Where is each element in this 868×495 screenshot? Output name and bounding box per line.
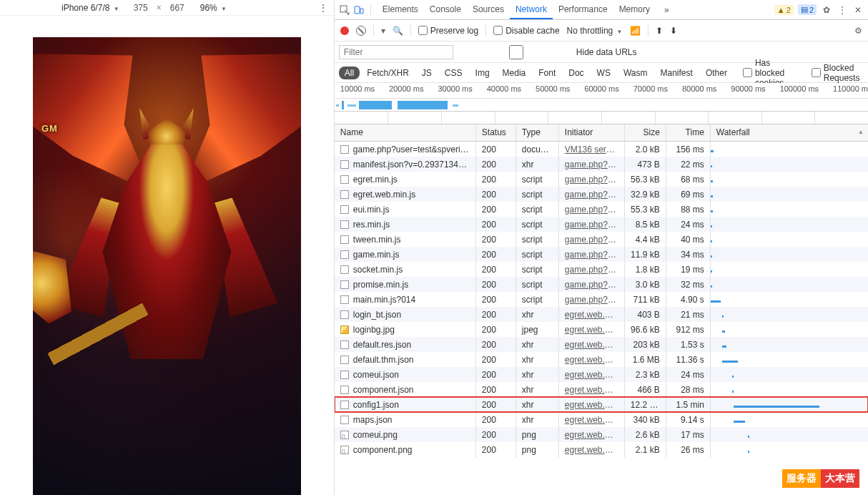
type-filter-js[interactable]: JS <box>416 67 438 79</box>
type-filter-fetchxhr[interactable]: Fetch/XHR <box>361 67 415 79</box>
col-size[interactable]: Size <box>625 124 666 141</box>
type-filter-img[interactable]: Img <box>470 67 495 79</box>
hide-data-urls-checkbox[interactable]: Hide data URLs <box>459 45 637 59</box>
filter-toggle-icon[interactable]: ▾ <box>381 26 385 36</box>
tabs-overflow[interactable]: » <box>659 1 675 19</box>
messages-badge[interactable]: ▤2 <box>798 4 817 15</box>
file-icon <box>340 235 349 244</box>
network-toolbar: ▾ 🔍 Preserve log Disable cache No thrott… <box>335 20 868 41</box>
svg-rect-2 <box>360 9 363 14</box>
gm-badge: GM <box>41 123 58 134</box>
network-timeline-overview[interactable]: 10000 ms20000 ms30000 ms40000 ms50000 ms… <box>335 83 868 112</box>
preserve-log-checkbox[interactable]: Preserve log <box>418 26 478 36</box>
export-har-icon[interactable]: ⬇ <box>670 26 677 36</box>
type-filter-manifest[interactable]: Manifest <box>655 67 699 79</box>
col-status[interactable]: Status <box>476 124 516 141</box>
table-row[interactable]: tween.min.js200scriptgame.php?use...4.4 … <box>335 232 868 247</box>
waterfall-bar <box>734 421 745 423</box>
waterfall-bar <box>711 240 712 242</box>
gear-icon[interactable]: ✿ <box>821 4 832 16</box>
table-row[interactable]: default.res.json200xhregret.web.min...20… <box>335 337 868 352</box>
file-icon <box>340 280 349 289</box>
search-icon[interactable]: 🔍 <box>393 26 403 36</box>
waterfall-bar <box>711 270 712 273</box>
tab-console[interactable]: Console <box>424 0 467 19</box>
table-row[interactable]: egret.min.js200scriptgame.php?use...56.3… <box>335 172 868 187</box>
filter-input[interactable] <box>339 45 453 59</box>
table-row[interactable]: socket.min.js200scriptgame.php?use...1.8… <box>335 262 868 277</box>
table-row[interactable]: game.php?user=test&spverif...200docum...… <box>335 142 868 157</box>
network-type-filters: AllFetch/XHRJSCSSImgMediaFontDocWSWasmMa… <box>335 63 868 83</box>
close-icon[interactable]: ✕ <box>852 4 864 16</box>
gear-icon[interactable]: ⚙ <box>854 26 862 36</box>
timeline-tick: 70000 ms <box>633 84 668 93</box>
table-row[interactable]: egret.web.min.js200scriptgame.php?use...… <box>335 187 868 202</box>
tab-elements[interactable]: Elements <box>377 0 424 19</box>
phone-frame[interactable]: GM <box>33 37 301 495</box>
record-button[interactable] <box>340 26 349 35</box>
waterfall-bar <box>711 300 721 303</box>
table-row[interactable]: config1.json200xhregret.web.min...12.2 M… <box>335 397 868 412</box>
tab-sources[interactable]: Sources <box>467 0 510 19</box>
inspect-icon[interactable] <box>339 4 350 16</box>
width-input[interactable]: 375 <box>129 3 152 13</box>
device-mode-icon[interactable] <box>353 4 365 16</box>
height-input[interactable]: 667 <box>166 3 189 13</box>
type-filter-ws[interactable]: WS <box>591 67 616 79</box>
col-initiator[interactable]: Initiator <box>559 124 625 141</box>
tab-network[interactable]: Network <box>510 0 553 19</box>
table-row[interactable]: comeui.png200pngegret.web.min...2.6 kB17… <box>335 427 868 442</box>
throttling-selector[interactable]: No throttling ▼ <box>567 26 623 36</box>
type-filter-wasm[interactable]: Wasm <box>618 67 654 79</box>
times-icon: × <box>152 3 166 13</box>
clear-button[interactable] <box>356 26 366 36</box>
tab-memory[interactable]: Memory <box>613 0 656 19</box>
file-icon <box>340 446 349 454</box>
table-row[interactable]: eui.min.js200scriptgame.php?use...55.3 k… <box>335 202 868 217</box>
devtools-tabbar: ElementsConsoleSourcesNetworkPerformance… <box>335 0 868 20</box>
device-selector[interactable]: iPhone 6/7/8 ▼ <box>57 3 124 13</box>
devtools-panel: ElementsConsoleSourcesNetworkPerformance… <box>335 0 868 495</box>
blocked-requests-checkbox[interactable]: Blocked Requests <box>812 63 864 83</box>
type-filter-css[interactable]: CSS <box>439 67 468 79</box>
zoom-selector[interactable]: 96% ▼ <box>200 3 227 13</box>
table-row[interactable]: comeui.json200xhregret.web.min...2.3 kB2… <box>335 367 868 382</box>
col-waterfall[interactable]: Waterfall <box>711 124 868 141</box>
warnings-badge[interactable]: ▲2 <box>774 5 794 15</box>
network-conditions-icon[interactable]: 📶 <box>630 26 641 36</box>
message-icon: ▤ <box>801 5 808 14</box>
table-row[interactable]: component.json200xhregret.web.min...466 … <box>335 382 868 397</box>
tab-performance[interactable]: Performance <box>553 0 613 19</box>
waterfall-bar <box>748 436 749 438</box>
kebab-menu-icon[interactable]: ⋮ <box>318 2 328 14</box>
waterfall-bar <box>722 361 738 363</box>
table-row[interactable]: login_bt.json200xhregret.web.min...403 B… <box>335 307 868 322</box>
table-row[interactable]: res.min.js200scriptgame.php?use...8.5 kB… <box>335 217 868 232</box>
waterfall-bar <box>748 451 749 453</box>
import-har-icon[interactable]: ⬆ <box>656 26 663 36</box>
table-row[interactable]: maps.json200xhregret.web.min...340 kB9.1… <box>335 412 868 427</box>
type-filter-media[interactable]: Media <box>497 67 532 79</box>
table-row[interactable]: component.png200pngegret.web.min...2.1 k… <box>335 442 868 457</box>
col-time[interactable]: Time <box>666 124 711 141</box>
table-row[interactable]: main.min.js?014200scriptgame.php?use...7… <box>335 292 868 307</box>
type-filter-all[interactable]: All <box>339 67 360 79</box>
waterfall-bar <box>711 210 713 212</box>
file-icon <box>340 416 349 424</box>
table-row[interactable]: default.thm.json200xhregret.web.min...1.… <box>335 352 868 367</box>
table-row[interactable]: promise.min.js200scriptgame.php?use...3.… <box>335 277 868 292</box>
col-name[interactable]: Name <box>335 124 476 141</box>
table-row[interactable]: loginbg.jpg200jpegegret.web.min...96.6 k… <box>335 322 868 337</box>
disable-cache-checkbox[interactable]: Disable cache <box>493 26 559 36</box>
timeline-tick: 100000 ms <box>780 84 819 93</box>
col-type[interactable]: Type <box>516 124 559 141</box>
file-icon <box>340 175 349 184</box>
type-filter-other[interactable]: Other <box>700 67 733 79</box>
table-row[interactable]: game.min.js200scriptgame.php?use...11.9 … <box>335 247 868 262</box>
network-timeline-ruler[interactable] <box>335 112 868 124</box>
type-filter-font[interactable]: Font <box>533 67 561 79</box>
waterfall-bar <box>722 330 725 333</box>
kebab-menu-icon[interactable]: ⋮ <box>837 4 848 16</box>
table-row[interactable]: manifest.json?v=0.293713470...200xhrgame… <box>335 157 868 172</box>
type-filter-doc[interactable]: Doc <box>563 67 589 79</box>
